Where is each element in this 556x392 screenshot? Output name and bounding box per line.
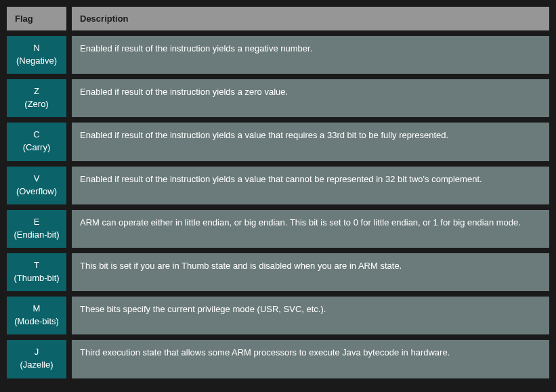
description-cell: Enabled if result of the instruction yie…: [70, 78, 551, 118]
flag-cell: T(Thumb-bit): [5, 252, 68, 292]
table-row: J(Jazelle)Third execution state that all…: [5, 339, 551, 379]
table-row: Z(Zero)Enabled if result of the instruct…: [5, 78, 551, 118]
table-row: M(Mode-bits)These bits specify the curre…: [5, 295, 551, 336]
header-flag: Flag: [5, 5, 68, 32]
flag-cell: Z(Zero): [5, 78, 68, 118]
flag-name: (Carry): [11, 142, 62, 152]
flag-name: (Overflow): [11, 186, 62, 196]
description-cell: Third execution state that allows some A…: [70, 339, 551, 379]
flag-name: (Endian-bit): [11, 230, 62, 240]
flag-letter: C: [11, 129, 62, 139]
description-cell: Enabled if result of the instruction yie…: [70, 165, 551, 206]
description-cell: Enabled if result of the instruction yie…: [70, 35, 551, 75]
flag-letter: M: [11, 303, 62, 313]
flag-letter: Z: [11, 86, 62, 96]
table-row: C(Carry)Enabled if result of the instruc…: [5, 121, 551, 162]
flag-letter: E: [11, 217, 62, 227]
flag-letter: T: [11, 260, 62, 270]
flag-letter: J: [11, 347, 62, 357]
flag-cell: J(Jazelle): [5, 339, 68, 379]
description-cell: ARM can operate either in little endian,…: [70, 209, 551, 249]
flag-cell: V(Overflow): [5, 165, 68, 206]
description-cell: These bits specify the current privilege…: [70, 295, 551, 336]
table-row: N(Negative)Enabled if result of the inst…: [5, 35, 551, 75]
description-cell: This bit is set if you are in Thumb stat…: [70, 252, 551, 292]
flag-letter: V: [11, 173, 62, 183]
flag-cell: N(Negative): [5, 35, 68, 75]
flag-letter: N: [11, 43, 62, 53]
flag-name: (Zero): [11, 99, 62, 109]
flag-name: (Negative): [11, 56, 62, 66]
flag-cell: C(Carry): [5, 121, 68, 162]
flag-name: (Jazelle): [11, 360, 62, 370]
table-row: V(Overflow)Enabled if result of the inst…: [5, 165, 551, 206]
flag-name: (Thumb-bit): [11, 273, 62, 283]
flag-cell: M(Mode-bits): [5, 295, 68, 336]
flag-cell: E(Endian-bit): [5, 209, 68, 249]
cpsr-flags-table: Flag Description N(Negative)Enabled if r…: [3, 3, 553, 383]
flag-name: (Mode-bits): [11, 316, 62, 326]
description-cell: Enabled if result of the instruction yie…: [70, 121, 551, 162]
table-row: E(Endian-bit)ARM can operate either in l…: [5, 209, 551, 249]
header-description: Description: [70, 5, 551, 32]
table-row: T(Thumb-bit)This bit is set if you are i…: [5, 252, 551, 292]
